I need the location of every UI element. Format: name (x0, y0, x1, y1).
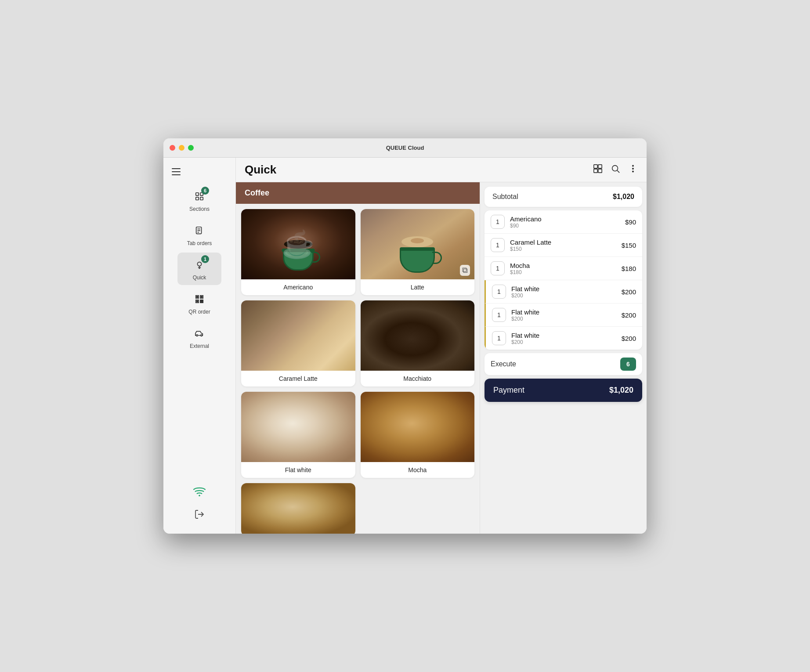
order-item-0[interactable]: 1 Americano $90 $90 (485, 210, 642, 234)
svg-rect-16 (200, 300, 202, 301)
svg-rect-26 (598, 165, 602, 168)
order-name-1: Caramel Latte (510, 238, 622, 246)
order-total-5: $200 (622, 335, 636, 342)
order-price-3: $200 (511, 293, 622, 299)
product-card-macchiato[interactable]: Macchiato (361, 300, 475, 387)
mocha-label: Mocha (361, 462, 475, 478)
more-icon[interactable] (628, 164, 638, 176)
order-name-5: Flat white (511, 332, 622, 339)
sidebar-item-sections[interactable]: 6 Sections (177, 184, 221, 217)
svg-rect-19 (202, 302, 203, 303)
order-price-5: $200 (511, 339, 622, 345)
order-name-4: Flat white (511, 308, 622, 316)
tab-orders-icon (192, 223, 207, 238)
svg-rect-12 (197, 296, 198, 298)
order-item-3[interactable]: 1 Flat white $200 $200 (485, 280, 642, 303)
topbar: Quick (236, 158, 647, 182)
order-info-3: Flat white $200 (511, 285, 622, 299)
svg-point-23 (199, 495, 200, 496)
payment-button[interactable]: Payment $1,020 (485, 379, 642, 402)
page-title: Quick (245, 163, 276, 177)
product-img-mocha (361, 392, 475, 462)
quick-icon: 1 (192, 257, 207, 273)
quick-label: Quick (193, 275, 206, 281)
order-price-0: $90 (510, 223, 625, 229)
order-total-0: $90 (625, 218, 636, 226)
order-item-5[interactable]: 1 Flat white $200 $200 (485, 327, 642, 350)
americano-label: Americano (241, 279, 355, 295)
product-card-americano[interactable]: Americano (241, 209, 355, 295)
flat-white-label: Flat white (241, 462, 355, 478)
close-button[interactable] (170, 145, 175, 151)
titlebar: QUEUE Cloud (163, 138, 647, 158)
minimize-button[interactable] (179, 145, 184, 151)
content-area: Coffee Americano (236, 182, 647, 534)
order-total-2: $180 (622, 265, 636, 272)
order-qty-4[interactable]: 1 (492, 308, 506, 322)
window-controls (170, 145, 194, 151)
product-img-last (241, 483, 355, 534)
svg-point-20 (196, 335, 198, 336)
svg-rect-25 (594, 165, 597, 168)
order-total-4: $200 (622, 311, 636, 319)
svg-line-30 (617, 170, 619, 173)
order-info-5: Flat white $200 (511, 332, 622, 345)
section-header: Coffee (236, 182, 480, 204)
order-qty-1[interactable]: 1 (491, 238, 505, 252)
order-qty-2[interactable]: 1 (491, 261, 505, 275)
product-img-caramel-latte (241, 300, 355, 371)
svg-rect-3 (200, 197, 203, 200)
external-icon (192, 325, 207, 341)
app-window: QUEUE Cloud 6 Sections (163, 138, 647, 534)
product-section: Coffee Americano (236, 182, 480, 534)
sections-icon: 6 (192, 188, 207, 204)
qr-order-icon (192, 291, 207, 307)
product-img-latte (361, 209, 475, 279)
sections-badge: 6 (201, 187, 209, 195)
svg-rect-27 (594, 169, 597, 173)
order-item-2[interactable]: 1 Mocha $180 $180 (485, 257, 642, 280)
order-name-0: Americano (510, 215, 625, 223)
svg-rect-17 (202, 300, 203, 301)
topbar-actions (593, 164, 638, 176)
product-grid: Americano Latte ⧉ (236, 204, 480, 534)
sidebar: 6 Sections Tab orders (163, 158, 236, 534)
order-qty-3[interactable]: 1 (492, 285, 506, 299)
product-card-latte[interactable]: Latte ⧉ (361, 209, 475, 295)
latte-label: Latte (361, 279, 475, 295)
product-card-flat-white[interactable]: Flat white (241, 392, 355, 478)
search-icon[interactable] (611, 164, 620, 176)
execute-badge: 6 (620, 358, 636, 371)
maximize-button[interactable] (188, 145, 194, 151)
sidebar-item-qr-order[interactable]: QR order (177, 287, 221, 319)
order-panel: Subtotal $1,020 1 Americano $90 $90 (480, 182, 647, 534)
order-item-4[interactable]: 1 Flat white $200 $200 (485, 303, 642, 327)
copy-icon[interactable]: ⧉ (460, 265, 470, 276)
order-name-2: Mocha (510, 262, 622, 269)
order-item-1[interactable]: 1 Caramel Latte $150 $150 (485, 234, 642, 257)
order-qty-5[interactable]: 1 (492, 331, 506, 345)
app-body: 6 Sections Tab orders (163, 158, 647, 534)
order-info-1: Caramel Latte $150 (510, 238, 622, 252)
logout-icon[interactable] (191, 506, 208, 523)
sidebar-item-tab-orders[interactable]: Tab orders (177, 218, 221, 251)
quick-badge: 1 (201, 255, 209, 263)
subtotal-amount: $1,020 (613, 193, 634, 201)
order-qty-0[interactable]: 1 (491, 215, 505, 229)
order-info-4: Flat white $200 (511, 308, 622, 322)
caramel-latte-label: Caramel Latte (241, 371, 355, 387)
product-card-mocha[interactable]: Mocha (361, 392, 475, 478)
product-card-last[interactable] (241, 483, 355, 534)
product-card-caramel-latte[interactable]: Caramel Latte (241, 300, 355, 387)
sidebar-item-external[interactable]: External (177, 321, 221, 354)
menu-button[interactable] (163, 163, 181, 181)
svg-rect-13 (201, 296, 202, 298)
layout-icon[interactable] (593, 164, 603, 176)
external-label: External (190, 343, 209, 349)
sidebar-item-quick[interactable]: 1 Quick (177, 253, 221, 285)
execute-row[interactable]: Execute 6 (485, 353, 642, 375)
order-name-3: Flat white (511, 285, 622, 293)
macchiato-label: Macchiato (361, 371, 475, 387)
svg-point-32 (633, 168, 633, 169)
payment-amount: $1,020 (609, 386, 633, 395)
